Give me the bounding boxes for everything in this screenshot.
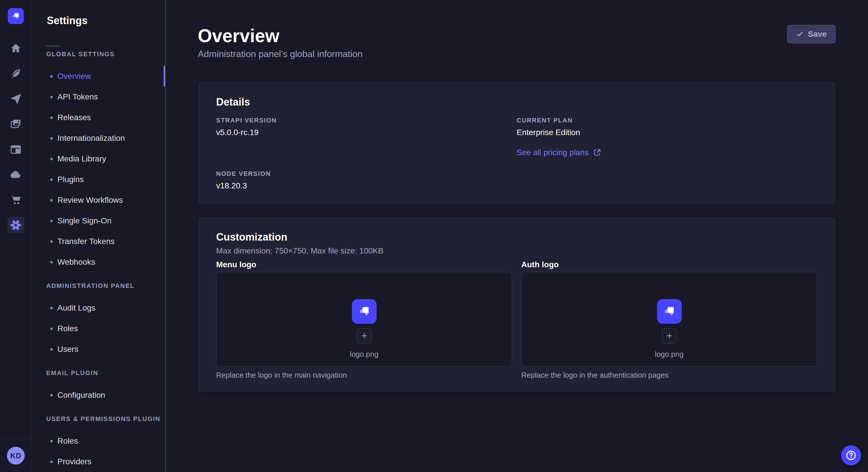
field-value: v18.20.3 <box>216 181 517 191</box>
field-node-version: NODE VERSION v18.20.3 <box>216 170 517 191</box>
sidebar-item-api-tokens[interactable]: API Tokens <box>32 87 165 107</box>
sidebar-item-users[interactable]: Users <box>32 339 165 360</box>
sidebar-section-administration-panel: ADMINISTRATION PANELAudit LogsRolesUsers <box>32 282 165 360</box>
main-content: Overview Administration panel’s global i… <box>166 0 868 472</box>
rail-item-home[interactable] <box>7 40 24 57</box>
settings-sidebar: Settings GLOBAL SETTINGSOverviewAPI Toke… <box>32 0 166 472</box>
details-card-title: Details <box>216 96 817 108</box>
upload-label: Auth logo <box>521 260 817 270</box>
bullet-icon <box>50 440 53 442</box>
field-value: Enterprise Edition <box>517 128 817 137</box>
logo-uploads: Menu logologo.pngReplace the logo in the… <box>216 260 817 380</box>
sidebar-item-label: API Tokens <box>57 92 98 102</box>
bullet-icon <box>50 137 53 140</box>
logo-preview <box>657 299 682 324</box>
sidebar-section-email-plugin: EMAIL PLUGINConfiguration <box>32 369 165 405</box>
sidebar-item-label: Media Library <box>57 154 106 164</box>
app-root: KD Settings GLOBAL SETTINGSOverviewAPI T… <box>0 0 868 472</box>
bullet-icon <box>50 307 53 309</box>
gear-icon <box>10 219 22 231</box>
external-link-icon <box>593 148 601 157</box>
bullet-icon <box>50 75 53 78</box>
sidebar-item-overview[interactable]: Overview <box>32 66 165 87</box>
field-label: NODE VERSION <box>216 170 517 177</box>
field-value: v5.0.0-rc.19 <box>216 128 517 137</box>
rail-item-cloud[interactable] <box>7 166 24 183</box>
sidebar-item-label: Users <box>57 345 79 354</box>
sidebar-item-label: Transfer Tokens <box>57 237 115 246</box>
save-button[interactable]: Save <box>787 25 836 43</box>
sidebar-section-users-permissions-plugin: USERS & PERMISSIONS PLUGINRolesProviders <box>32 415 165 472</box>
bullet-icon <box>50 461 53 463</box>
add-logo-button[interactable] <box>357 328 372 343</box>
logo-preview <box>352 299 377 324</box>
rail-item-settings[interactable] <box>7 217 24 233</box>
page-title: Overview <box>198 25 836 46</box>
sidebar-item-transfer-tokens[interactable]: Transfer Tokens <box>32 231 165 252</box>
sidebar-item-configuration[interactable]: Configuration <box>32 385 165 405</box>
main-nav-rail: KD <box>0 0 32 472</box>
sidebar-title: Settings <box>47 14 165 27</box>
help-button[interactable] <box>841 445 861 465</box>
bullet-icon <box>50 116 53 119</box>
add-logo-button[interactable] <box>662 328 677 343</box>
bullet-icon <box>50 328 53 330</box>
sidebar-section-label: ADMINISTRATION PANEL <box>46 282 165 290</box>
sidebar-item-webhooks[interactable]: Webhooks <box>32 252 165 272</box>
bullet-icon <box>50 394 53 397</box>
strapi-logo-icon <box>11 11 21 21</box>
nav-rail-footer: KD <box>0 440 32 472</box>
save-button-label: Save <box>808 30 827 39</box>
sidebar-item-label: Configuration <box>57 391 105 400</box>
field-label: CURRENT PLAN <box>517 117 817 124</box>
auth-logo-dropzone[interactable]: logo.png <box>521 272 817 367</box>
sidebar-item-single-sign-on[interactable]: Single Sign-On <box>32 210 165 231</box>
strapi-workspace-button[interactable] <box>8 8 24 24</box>
bullet-icon <box>50 158 53 160</box>
sidebar-item-releases[interactable]: Releases <box>32 107 165 128</box>
rail-item-deploy[interactable] <box>7 91 24 107</box>
sidebar-item-roles[interactable]: Roles <box>32 318 165 339</box>
sidebar-title-divider <box>46 45 60 46</box>
question-icon <box>845 450 857 461</box>
sidebar-item-audit-logs[interactable]: Audit Logs <box>32 298 165 318</box>
customization-card-title: Customization <box>216 231 817 243</box>
sidebar-item-label: Plugins <box>57 175 84 184</box>
upload-field-menu-logo: Menu logologo.pngReplace the logo in the… <box>216 260 512 380</box>
sidebar-item-media-library[interactable]: Media Library <box>32 148 165 169</box>
sidebar-item-label: Single Sign-On <box>57 216 112 225</box>
home-icon <box>10 42 22 55</box>
sidebar-item-providers[interactable]: Providers <box>32 451 165 472</box>
menu-logo-dropzone[interactable]: logo.png <box>216 272 512 367</box>
sidebar-item-review-workflows[interactable]: Review Workflows <box>32 190 165 210</box>
upload-label: Menu logo <box>216 260 512 270</box>
sidebar-item-label: Overview <box>57 72 91 81</box>
rail-item-content-manager[interactable] <box>7 141 24 158</box>
bullet-icon <box>50 96 53 98</box>
bullet-icon <box>50 178 53 181</box>
user-avatar[interactable]: KD <box>7 447 25 465</box>
sidebar-item-label: Review Workflows <box>57 196 123 205</box>
upload-filename: logo.png <box>655 349 684 359</box>
sidebar-section-global-settings: GLOBAL SETTINGSOverviewAPI TokensRelease… <box>32 50 165 272</box>
plus-icon <box>665 332 674 340</box>
sidebar-item-plugins[interactable]: Plugins <box>32 169 165 190</box>
sidebar-item-internationalization[interactable]: Internationalization <box>32 128 165 148</box>
cloud-icon <box>10 169 22 181</box>
rail-item-media-library[interactable] <box>7 116 24 133</box>
bullet-icon <box>50 240 53 243</box>
field-label: STRAPI VERSION <box>216 117 517 124</box>
sidebar-item-roles[interactable]: Roles <box>32 431 165 451</box>
rail-item-marketplace[interactable] <box>7 192 24 208</box>
pricing-plans-link[interactable]: See all pricing plans <box>517 148 601 158</box>
sidebar-section-label: GLOBAL SETTINGS <box>46 50 165 58</box>
sidebar-item-label: Internationalization <box>57 134 125 143</box>
customization-card: Customization Max dimension: 750×750, Ma… <box>198 217 836 392</box>
nav-rail-items <box>7 40 24 242</box>
details-card: Details STRAPI VERSION v5.0.0-rc.19 CURR… <box>198 81 836 204</box>
rail-item-content-type-builder[interactable] <box>7 65 24 82</box>
check-icon <box>796 30 803 38</box>
bullet-icon <box>50 348 53 351</box>
sidebar-section-label: EMAIL PLUGIN <box>46 369 165 377</box>
plus-icon <box>360 332 369 340</box>
